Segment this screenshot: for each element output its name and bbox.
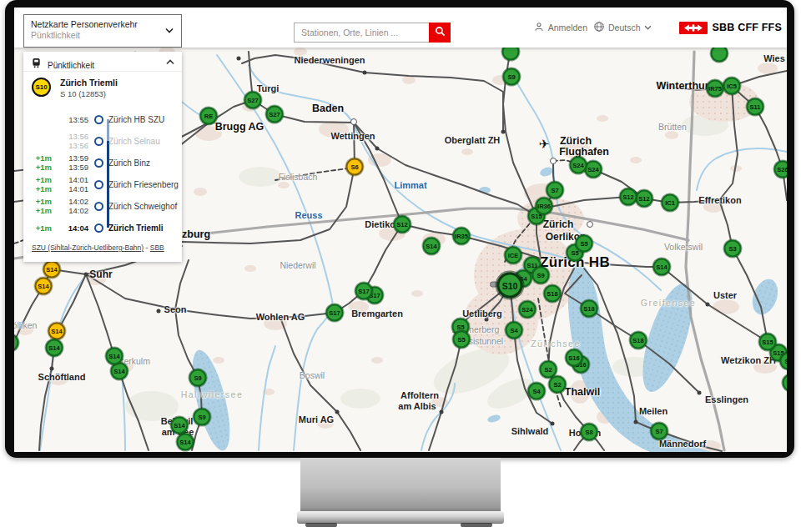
map-label: Wettingen	[331, 131, 375, 141]
line-badge-s7[interactable]: S7	[651, 423, 668, 440]
line-badge-s9[interactable]: S9	[194, 409, 211, 426]
line-badge-s14[interactable]: S14	[653, 258, 671, 276]
line-badge-s3[interactable]: S3	[724, 240, 742, 258]
map-label: Zürich	[543, 218, 574, 230]
station-marker	[634, 420, 638, 424]
map-label: Zürichsee	[531, 339, 581, 349]
login-button[interactable]: Anmelden	[533, 21, 587, 34]
line-badge-s9[interactable]: S9	[189, 369, 207, 387]
line-badge-s12[interactable]: S12	[620, 188, 637, 206]
line-badge-s5[interactable]: S5	[453, 331, 471, 349]
stop-name: Zürich Selnau	[108, 137, 160, 146]
line-badge-s14[interactable]: S14	[48, 323, 66, 340]
line-badge-s9[interactable]: S9	[503, 68, 521, 86]
line-badge-s24[interactable]: S24	[519, 301, 537, 319]
line-badge-s18[interactable]: S18	[630, 332, 647, 349]
map-label: Schöftland	[38, 372, 86, 382]
line-badge-s14[interactable]: S14	[171, 417, 189, 434]
line-badge-s12[interactable]: S12	[394, 216, 411, 233]
chevron-up-icon[interactable]	[166, 59, 174, 65]
line-badge-ir36[interactable]: IR36	[536, 198, 553, 215]
layer-select-title: Netzkarte Personenverkehr	[31, 19, 174, 30]
line-badge-s10[interactable]: S10	[497, 273, 523, 299]
line-badge-s24[interactable]: S24	[570, 157, 587, 174]
line-badge-s14[interactable]: S14	[423, 238, 441, 255]
timeline-node	[88, 180, 108, 189]
map-label: Wetzikon ZH	[721, 355, 776, 365]
search-button[interactable]	[429, 23, 451, 43]
line-badge-s14[interactable]: S14	[43, 261, 61, 279]
map-label: Baden	[312, 103, 344, 114]
line-badge-s11[interactable]: S11	[747, 98, 764, 116]
line-badge-s9[interactable]: S9	[532, 267, 550, 284]
line-badge-s18[interactable]: S18	[581, 300, 598, 318]
language-selector[interactable]: Deutsch	[593, 21, 652, 34]
station-marker	[698, 391, 702, 395]
line-badge-s14[interactable]: S14	[106, 348, 123, 365]
line-badge-s27[interactable]: S27	[244, 92, 262, 109]
line-badge-s24[interactable]: S24	[585, 161, 602, 178]
line-badge-s4[interactable]: S4	[506, 322, 523, 339]
line-badge-s6[interactable]: S6	[346, 158, 364, 176]
line-badge-s7[interactable]: S7	[547, 182, 564, 199]
station-marker	[440, 410, 444, 414]
stop-name: Zürich Binz	[108, 158, 150, 168]
sbb-link[interactable]: SBB	[150, 243, 164, 252]
line-badge-s14[interactable]: S14	[46, 339, 63, 357]
timeline-node	[88, 202, 108, 211]
stage: NiederweningenTurgiBrugg AGBadenWettinge…	[0, 0, 801, 532]
user-icon	[533, 21, 545, 34]
station-marker	[551, 422, 555, 426]
line-badge-ir35[interactable]: IR35	[453, 228, 471, 245]
top-toolbar: Netzkarte Personenverkehr Pünktlichkeit	[14, 8, 787, 48]
line-badge-s15[interactable]: S15	[759, 334, 777, 351]
map-label: Fislisbach	[279, 172, 318, 182]
map-label: Volketswil	[664, 242, 703, 252]
line-badge-s27[interactable]: S27	[266, 106, 284, 123]
line-badge-s14[interactable]: S14	[111, 363, 128, 380]
search-input[interactable]	[294, 23, 429, 43]
timeline-node	[88, 158, 108, 168]
toolbar-right-group: Anmelden Deutsch	[533, 8, 782, 48]
panel-header[interactable]: Pünktlichkeit	[23, 52, 182, 72]
station-marker	[237, 57, 241, 61]
sbb-logo[interactable]: SBB CFF FFS	[679, 22, 782, 34]
line-badge-re[interactable]: RE	[200, 108, 218, 125]
map-label: Hallwilersee	[181, 389, 244, 399]
line-badge-s12[interactable]: S12	[636, 190, 653, 208]
stop-node-circle	[94, 137, 103, 146]
line-badge-s16[interactable]: S16	[566, 349, 583, 367]
line-badge-ice[interactable]: ICE	[505, 247, 522, 264]
line-badge-s5[interactable]: S5	[576, 235, 593, 253]
map-label: Thalwil	[565, 386, 600, 398]
line-badge-s17[interactable]: S17	[326, 304, 344, 322]
stop-row: +1m+1m14:0214:02Zürich Schweighof	[23, 195, 182, 217]
map-label: Kölliken	[14, 320, 37, 330]
station-marker	[335, 410, 340, 414]
station-marker	[157, 309, 161, 314]
line-badge-s17[interactable]: S17	[355, 283, 373, 300]
train-line-badge: S10	[32, 78, 51, 97]
stop-row: 13:55Zürich HB SZU	[23, 108, 182, 130]
line-badge-s18[interactable]: S18	[544, 285, 562, 303]
line-badge-s14[interactable]: S14	[35, 278, 53, 295]
stop-row: 13:5613:56Zürich Selnau	[23, 130, 182, 152]
map-label: Meilen	[639, 406, 668, 416]
layer-select-dropdown[interactable]: Netzkarte Personenverkehr Pünktlichkeit	[23, 14, 182, 48]
stop-delay: +1m+1m	[23, 153, 52, 172]
map-label: Zürich	[560, 135, 592, 147]
line-badge-s2[interactable]: S2	[549, 376, 567, 394]
line-badge-ic5[interactable]: IC5	[723, 78, 741, 95]
map-label: Niederwil	[280, 260, 315, 270]
line-badge-s4[interactable]: S4	[528, 383, 546, 400]
line-badge-ic1[interactable]: IC1	[662, 194, 679, 212]
line-badge-s14[interactable]: S14	[177, 434, 194, 451]
operator-link[interactable]: SZU (Sihltal-Zürich-Uetliberg-Bahn)	[32, 243, 144, 252]
line-badge-s8[interactable]: S8	[581, 424, 598, 441]
layer-select-value: Pünktlichkeit	[31, 30, 174, 41]
punctuality-panel: Pünktlichkeit S10 Zürich Triemli S 10 (1…	[23, 52, 182, 262]
station-marker-open	[587, 221, 593, 228]
line-badge-ir75[interactable]: IR75	[707, 80, 724, 98]
chevron-down-icon	[644, 25, 652, 30]
line-badge-s26[interactable]: S26	[774, 161, 788, 178]
